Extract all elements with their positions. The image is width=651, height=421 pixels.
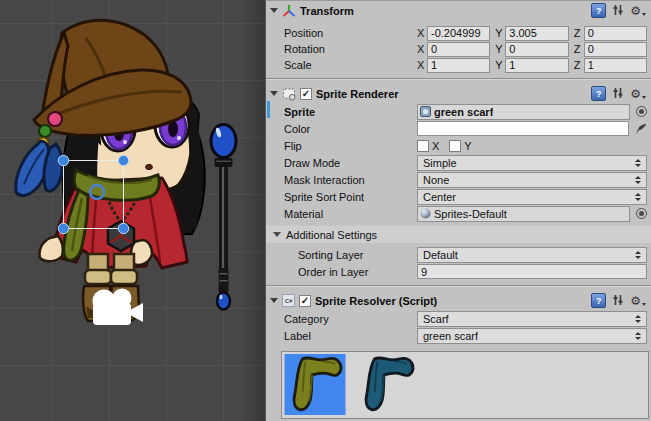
position-row: Position X Y Z [266,25,651,41]
sprite-thumbnail-panel [281,351,649,419]
component-title: Sprite Resolver (Script) [315,295,437,307]
sprite-resolver-header[interactable]: C# ✓ Sprite Resolver (Script) ? ⚙ [266,291,651,310]
staff-sprite[interactable] [211,125,236,310]
handle-top-right[interactable] [118,155,128,165]
presets-icon[interactable] [612,4,624,18]
material-object-field[interactable]: Sprites-Default [417,206,630,222]
flip-x-checkbox[interactable] [417,140,429,152]
order-in-layer-field[interactable] [417,264,647,279]
component-title: Transform [300,5,354,17]
feather [16,141,63,195]
handle-top-left[interactable] [58,155,68,165]
settings-gear-icon[interactable]: ⚙ [630,88,646,100]
sorting-layer-label: Sorting Layer [284,249,417,261]
label-row: Label green scarf [266,327,651,344]
color-swatch[interactable] [417,121,629,136]
rotation-y-field[interactable] [505,42,568,57]
foldout-arrow-icon[interactable] [273,232,281,237]
order-in-layer-row: Order in Layer [266,263,651,280]
inspector-panel: Transform ? ⚙ Position X [265,0,651,421]
handle-bottom-right[interactable] [118,223,128,233]
component-title: Sprite Renderer [316,88,399,100]
rotation-z-field[interactable] [584,42,647,57]
scene-canvas [0,0,265,421]
dropdown-arrows-icon [631,193,641,201]
label-dropdown[interactable]: green scarf [417,328,647,344]
mouth [146,164,153,169]
scene-view[interactable] [0,0,265,421]
enabled-checkbox[interactable]: ✓ [299,295,311,307]
axis-z-label: Z [574,59,584,71]
pink-bead [48,112,62,126]
draw-mode-label: Draw Mode [284,157,417,169]
color-label: Color [284,123,417,135]
sprite-label: Sprite [284,106,417,118]
mask-interaction-dropdown[interactable]: None [417,172,647,188]
help-icon[interactable]: ? [591,3,606,18]
settings-gear-icon[interactable]: ⚙ [630,295,646,307]
flip-x-label: X [432,140,439,152]
handle-bottom-left[interactable] [58,223,68,233]
category-dropdown[interactable]: Scarf [417,311,647,327]
rotation-label: Rotation [284,43,417,55]
draw-mode-dropdown[interactable]: Simple [417,155,647,171]
sorting-layer-dropdown[interactable]: Default [417,247,647,263]
flip-y-checkbox[interactable] [449,140,461,152]
flip-row: Flip X Y [266,137,651,154]
material-label: Material [284,208,417,220]
position-y-field[interactable] [505,26,568,41]
eyedropper-icon[interactable] [635,123,647,135]
settings-gear-icon[interactable]: ⚙ [630,5,646,17]
transform-header[interactable]: Transform ? ⚙ [266,1,651,20]
foldout-arrow-icon[interactable] [270,8,278,13]
character-sprite[interactable] [16,20,205,321]
mask-interaction-label: Mask Interaction [284,174,417,186]
position-x-field[interactable] [427,26,490,41]
sprite-object-field[interactable]: green scarf [417,104,630,120]
enabled-checkbox[interactable]: ✓ [300,88,312,100]
material-value: Sprites-Default [434,208,507,220]
category-row: Category Scarf [266,310,651,327]
sorting-layer-row: Sorting Layer Default [266,246,651,263]
mask-interaction-row: Mask Interaction None [266,171,651,188]
sprite-renderer-header[interactable]: ✓ Sprite Renderer ? ⚙ [266,84,651,103]
sprite-renderer-icon [282,87,296,101]
sprite-row: Sprite green scarf [266,103,651,120]
scale-y-field[interactable] [505,58,568,73]
scale-row: Scale X Y Z [266,57,651,73]
rotation-row: Rotation X Y Z [266,41,651,57]
scale-label: Scale [284,59,417,71]
presets-icon[interactable] [612,294,624,308]
material-sphere-icon [420,208,431,219]
presets-icon[interactable] [612,87,624,101]
axis-z-label: Z [574,27,584,39]
dropdown-arrows-icon [631,315,641,323]
axis-y-label: Y [495,27,505,39]
object-picker-icon[interactable] [636,106,647,117]
sprite-sort-point-dropdown[interactable]: Center [417,189,647,205]
transform-icon [282,4,296,18]
green-bead [39,125,51,137]
material-row: Material Sprites-Default [266,205,651,222]
dropdown-arrows-icon [631,332,641,340]
draw-mode-row: Draw Mode Simple [266,154,651,171]
scale-x-field[interactable] [427,58,490,73]
position-label: Position [284,27,417,39]
help-icon[interactable]: ? [591,86,606,101]
position-z-field[interactable] [584,26,647,41]
label-label: Label [284,330,417,342]
scale-z-field[interactable] [584,58,647,73]
object-picker-icon[interactable] [636,208,647,219]
unity-editor-window: Transform ? ⚙ Position X [0,0,651,421]
green-scarf-thumbnail[interactable] [284,354,346,415]
additional-settings-foldout[interactable]: Additional Settings [266,225,651,243]
foldout-arrow-icon[interactable] [270,91,278,96]
dropdown-arrows-icon [631,251,641,259]
foldout-arrow-icon[interactable] [270,298,278,303]
axis-x-label: X [417,27,427,39]
rotation-x-field[interactable] [427,42,490,57]
axis-x-label: X [417,43,427,55]
prefab-override-indicator [267,101,270,118]
help-icon[interactable]: ? [591,293,606,308]
blue-scarf-thumbnail[interactable] [356,354,418,415]
